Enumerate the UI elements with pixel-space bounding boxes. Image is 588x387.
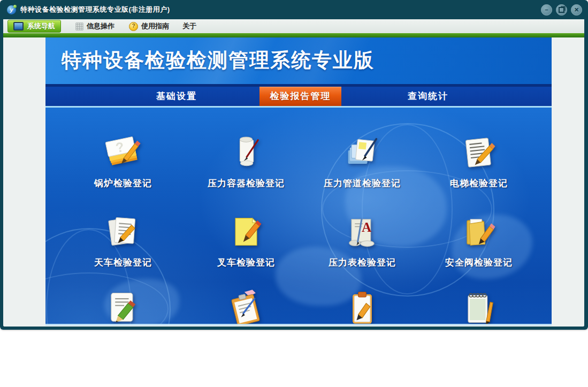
- launcher-item-row3-4[interactable]: [417, 287, 540, 325]
- launcher-label: 电梯检验登记: [417, 177, 540, 189]
- monitor-icon: [13, 22, 24, 31]
- grid-icon: [75, 22, 83, 31]
- launcher-label: 锅炉检验登记: [62, 177, 185, 189]
- tab-basic-settings[interactable]: 基础设置: [156, 87, 197, 106]
- launcher-row: ? 锅炉检验登记: [45, 132, 552, 213]
- tab-query-statistics[interactable]: 查询统计: [408, 87, 448, 106]
- maximize-button[interactable]: [556, 4, 567, 16]
- app-window: y 特种设备检验检测管理系统专业版(非注册用户) – ✕ 系统导航 信息操作 ?: [0, 0, 588, 330]
- menu-item-label: 关于: [182, 21, 196, 31]
- window-body: 系统导航 信息操作 ? 使用指南 关于 特种设备检验检测管理系统专业版: [3, 19, 584, 327]
- menu-item-user-guide[interactable]: ? 使用指南: [129, 21, 169, 31]
- launcher-elevator-inspection[interactable]: 电梯检验登记: [417, 132, 540, 189]
- launcher-pressure-gauge-inspection[interactable]: A 压力表检验登记: [301, 211, 424, 269]
- note-green-pencil-icon: [102, 287, 144, 325]
- launcher-label: 安全阀检验登记: [417, 256, 540, 269]
- tabbar: 基础设置 检验报告管理 查询统计: [45, 84, 552, 108]
- minimize-button[interactable]: –: [541, 4, 552, 16]
- app-logo-icon: y: [7, 5, 16, 14]
- close-button[interactable]: ✕: [571, 4, 582, 16]
- launcher-label: 压力表检验登记: [301, 256, 424, 269]
- banner: 特种设备检验检测管理系统专业版: [45, 37, 552, 84]
- menubar: 系统导航 信息操作 ? 使用指南 关于: [3, 19, 584, 33]
- launcher-row: [45, 287, 552, 325]
- launcher-label: 压力管道检验登记: [301, 177, 424, 189]
- menu-item-label: 系统导航: [27, 21, 55, 31]
- sticky-note-pencil-icon: [225, 211, 267, 253]
- folder-pencil-icon: [458, 211, 500, 253]
- clipboard-pen-icon: [225, 287, 267, 325]
- menu-item-label: 使用指南: [141, 21, 169, 31]
- papers-pencil-icon: [102, 211, 144, 253]
- spiral-notepad-pencil-icon: [458, 287, 500, 325]
- launcher-forklift-inspection[interactable]: 叉车检验登记: [185, 211, 308, 269]
- launcher-safety-valve-inspection[interactable]: 安全阀检验登记: [417, 211, 540, 269]
- main-panel: 特种设备检验检测管理系统专业版 基础设置 检验报告管理 查询统计: [45, 37, 552, 325]
- document-stack-pen-icon: [341, 132, 383, 174]
- launcher-pressure-vessel-inspection[interactable]: 压力容器检验登记: [185, 132, 308, 189]
- titlebar: y 特种设备检验检测管理系统专业版(非注册用户) – ✕: [0, 0, 588, 19]
- notepad-question-pencil-icon: ?: [102, 132, 144, 174]
- scroll-letter-a-pen-icon: A: [341, 211, 383, 253]
- maximize-icon: [559, 7, 564, 13]
- window-controls: – ✕: [541, 4, 582, 16]
- world-map-background: ? 锅炉检验登记: [45, 108, 552, 325]
- launcher-item-row3-3[interactable]: [301, 287, 424, 325]
- window-title: 特种设备检验检测管理系统专业版(非注册用户): [20, 5, 170, 14]
- menu-item-info-operations[interactable]: 信息操作: [75, 21, 114, 31]
- content-area: 特种设备检验检测管理系统专业版 基础设置 检验报告管理 查询统计: [3, 37, 584, 327]
- launcher-boiler-inspection[interactable]: ? 锅炉检验登记: [62, 132, 185, 189]
- clipboard-pencil-icon: [341, 287, 383, 325]
- launcher-label: 压力容器检验登记: [185, 177, 308, 189]
- launcher-crane-inspection[interactable]: 天车检验登记: [62, 211, 185, 269]
- menu-item-about[interactable]: 关于: [182, 21, 196, 31]
- tab-inspection-report-management[interactable]: 检验报告管理: [259, 87, 341, 106]
- menu-item-system-navigation[interactable]: 系统导航: [7, 20, 61, 33]
- launcher-item-row3-1[interactable]: [62, 287, 185, 325]
- launcher-pressure-pipeline-inspection[interactable]: 压力管道检验登记: [301, 132, 424, 189]
- banner-title: 特种设备检验检测管理系统专业版: [45, 37, 552, 84]
- launcher-item-row3-2[interactable]: [185, 287, 308, 325]
- notepad-lines-pencil-icon: [458, 132, 500, 174]
- launcher-label: 天车检验登记: [62, 256, 185, 269]
- svg-text:A: A: [362, 219, 372, 234]
- help-coin-icon: ?: [129, 22, 138, 31]
- launcher-label: 叉车检验登记: [185, 256, 308, 269]
- scroll-pen-icon: [225, 132, 267, 174]
- green-accent-strip: [3, 33, 584, 37]
- menu-item-label: 信息操作: [87, 21, 114, 31]
- launcher-row: 天车检验登记 叉车检验登记: [45, 211, 552, 292]
